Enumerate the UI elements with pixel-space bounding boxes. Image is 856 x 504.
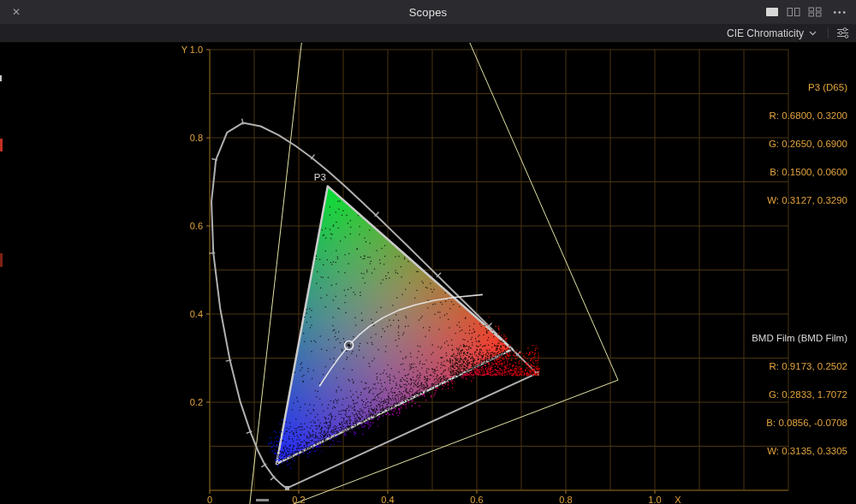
titlebar: ✕ Scopes •••	[0, 0, 856, 25]
titlebar-actions: •••	[765, 0, 847, 24]
overflow-menu-icon[interactable]: •••	[829, 8, 847, 17]
scope-type-label: CIE Chromaticity	[727, 27, 804, 39]
svg-text:0.2: 0.2	[190, 397, 203, 407]
svg-text:X: X	[675, 495, 681, 504]
readout-line: W: 0.3127, 0.3290	[767, 187, 847, 215]
svg-text:0.6: 0.6	[190, 221, 203, 231]
svg-text:1.0: 1.0	[190, 44, 203, 55]
gamut-p3-label: P3	[314, 172, 326, 182]
svg-text:0.4: 0.4	[381, 495, 394, 504]
layout-single-icon[interactable]	[765, 7, 779, 17]
readout-line: B: 0.1500, 0.0600	[767, 158, 847, 187]
white-point-marker	[345, 341, 354, 350]
film-strip-fragment	[0, 253, 3, 267]
svg-text:Y: Y	[181, 44, 188, 55]
layout-quad-icon[interactable]	[808, 7, 822, 17]
svg-text:0: 0	[207, 495, 212, 504]
svg-text:0.6: 0.6	[470, 495, 483, 504]
readout-header: P3 (D65)	[767, 74, 847, 102]
svg-text:0.2: 0.2	[292, 495, 305, 504]
readout-line: R: 0.9173, 0.2502	[752, 353, 847, 381]
readout-line: R: 0.6800, 0.3200	[767, 102, 847, 130]
readout-line: B: 0.0856, -0.0708	[752, 409, 847, 437]
chevron-down-icon	[809, 31, 817, 36]
readout-header: BMD Film (BMD Film)	[752, 324, 847, 353]
scrollbar-handle[interactable]	[256, 499, 269, 501]
scope-type-dropdown[interactable]: CIE Chromaticity	[723, 27, 820, 39]
axis-labels: 00.20.40.60.81.0X0.20.40.60.81.0Y	[181, 44, 682, 504]
toolbar-divider	[828, 27, 829, 39]
film-strip-fragment	[0, 139, 3, 151]
svg-text:0.8: 0.8	[559, 495, 572, 504]
cie-chromaticity-plot: 00.20.40.60.81.0X0.20.40.60.81.0YP3	[0, 43, 856, 504]
readout-line: W: 0.3135, 0.3305	[752, 437, 847, 465]
svg-text:0.8: 0.8	[190, 133, 203, 143]
gamut-readout-p3: P3 (D65) R: 0.6800, 0.3200 G: 0.2650, 0.…	[767, 74, 847, 215]
scope-settings-icon[interactable]	[836, 27, 849, 39]
close-button[interactable]: ✕	[12, 0, 21, 24]
gamut-readout-bmd-film: BMD Film (BMD Film) R: 0.9173, 0.2502 G:…	[752, 324, 847, 465]
svg-text:0.4: 0.4	[190, 309, 203, 319]
scope-toolbar: CIE Chromaticity	[0, 24, 856, 43]
readout-line: G: 0.2650, 0.6900	[767, 130, 847, 158]
svg-text:1.0: 1.0	[648, 495, 661, 504]
layout-dual-icon[interactable]	[787, 7, 800, 17]
window-title: Scopes	[0, 6, 856, 19]
cie-scope-area: 00.20.40.60.81.0X0.20.40.60.81.0YP3 P3 (…	[0, 43, 856, 504]
film-strip-fragment	[0, 75, 2, 81]
readout-line: G: 0.2833, 1.7072	[752, 381, 847, 409]
